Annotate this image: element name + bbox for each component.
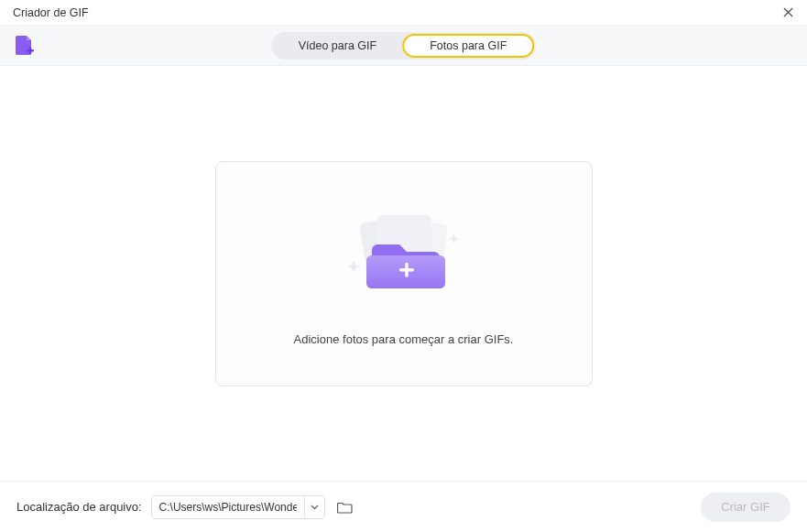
add-file-button[interactable] [13,34,37,58]
file-location-input[interactable] [152,501,304,514]
tab-photos-to-gif[interactable]: Fotos para GIF [402,34,534,58]
close-button[interactable] [778,3,798,23]
folder-icon [337,501,353,514]
main-area: Adicione fotos para começar a criar GIFs… [0,66,807,481]
svg-rect-6 [405,263,408,277]
add-file-icon [15,35,35,57]
tab-group: Vídeo para GIF Fotos para GIF [271,32,537,60]
browse-folder-button[interactable] [334,496,356,518]
tab-video-to-gif[interactable]: Vídeo para GIF [273,34,402,58]
close-icon [783,7,793,17]
svg-rect-1 [29,47,31,54]
titlebar: Criador de GIF [0,0,807,26]
file-location-dropdown[interactable] [304,496,324,518]
footer: Localização de arquivo: Criar GIF [0,481,807,532]
create-gif-button[interactable]: Criar GIF [701,493,791,522]
window-title: Criador de GIF [13,6,778,19]
dropzone-text: Adicione fotos para começar a criar GIFs… [294,332,514,346]
toolbar: Vídeo para GIF Fotos para GIF [0,26,807,66]
chevron-down-icon [311,505,319,510]
file-location-label: Localização de arquivo: [16,500,142,514]
dropzone[interactable]: Adicione fotos para começar a criar GIFs… [215,161,593,386]
add-photos-illustration [335,201,473,305]
file-location-field [151,495,325,519]
